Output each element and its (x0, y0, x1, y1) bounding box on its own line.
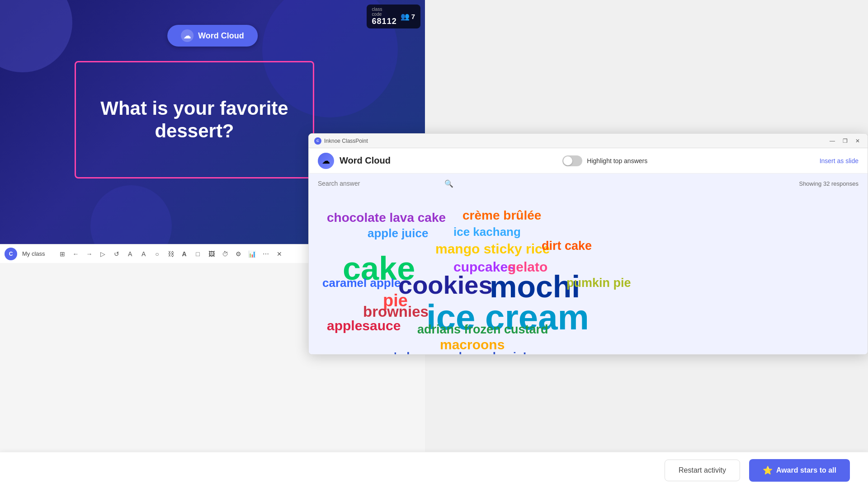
dialog-search-bar: 🔍 Showing 32 responses (309, 174, 868, 193)
search-icon[interactable]: 🔍 (444, 179, 453, 188)
word-cloud-word: cookies (398, 272, 493, 298)
word-cloud-word: brownies (363, 304, 429, 319)
word-cloud-word: adrians frozen custard (417, 324, 548, 336)
deco-circle-tl (0, 0, 72, 72)
search-input-wrap: 🔍 (318, 179, 453, 188)
dialog-header: ☁ Word Cloud Highlight top answers Inser… (309, 148, 868, 174)
participants-count: 7 (411, 13, 415, 20)
star-icon: ⭐ (763, 465, 773, 475)
highlight-toggle[interactable] (562, 155, 582, 166)
toggle-knob (563, 156, 572, 165)
word-cloud-word: mamma's homemade apple pie! (349, 351, 527, 355)
class-code-label: classcode (372, 7, 397, 17)
word-cloud-button[interactable]: ☁ Word Cloud (167, 25, 258, 47)
toolbar-icon-play[interactable]: ▷ (98, 249, 108, 259)
highlight-label: Highlight top answers (587, 157, 647, 164)
word-cloud-display: chocolate lava cakecrème brûléeapple jui… (309, 193, 868, 355)
toolbar-icon-text1[interactable]: A (125, 249, 136, 259)
award-stars-button[interactable]: ⭐ Award stars to all (749, 459, 850, 482)
toolbar-icon-grid[interactable]: ⊞ (57, 249, 68, 259)
toolbar-icon-end[interactable]: ✕ (274, 249, 285, 259)
deco-circle-bl (90, 185, 172, 244)
dialog-title: Word Cloud (340, 155, 391, 166)
toolbar-icon-shape[interactable]: □ (193, 249, 203, 259)
search-input[interactable] (318, 180, 441, 187)
word-cloud-word: caramel apple (322, 277, 401, 289)
dialog-close-button[interactable]: ✕ (853, 136, 862, 145)
toolbar-icon-link[interactable]: ⛓ (165, 249, 176, 259)
toolbar-icon-text2[interactable]: A (138, 249, 149, 259)
dialog-controls: — ❐ ✕ (828, 136, 862, 145)
dialog-wc-icon: ☁ (318, 153, 334, 169)
participants-badge: 👥 7 (401, 12, 415, 21)
toolbar-icon-bigA[interactable]: A (179, 249, 190, 259)
word-cloud-word: dirt cake (542, 240, 592, 252)
dialog-header-left: ☁ Word Cloud (318, 153, 391, 169)
toolbar-my-class: My class (22, 250, 45, 257)
word-cloud-word: pumkin pie (566, 277, 631, 289)
class-code-badge: classcode 68112 👥 7 (367, 5, 420, 28)
insert-slide-button[interactable]: Insert as slide (820, 157, 859, 164)
responses-count: Showing 32 responses (799, 180, 859, 187)
toolbar-icon-loop[interactable]: ↺ (111, 249, 122, 259)
question-text: What is your favorite dessert? (85, 97, 304, 143)
dialog-restore-button[interactable]: ❐ (840, 136, 849, 145)
word-cloud-word: apple juice (368, 227, 428, 239)
bottom-action-bar: Restart activity ⭐ Award stars to all (0, 452, 868, 488)
award-stars-label: Award stars to all (776, 466, 836, 474)
word-cloud-button-label: Word Cloud (198, 31, 244, 41)
participants-icon: 👥 (401, 12, 410, 21)
word-cloud-button-icon: ☁ (181, 29, 193, 42)
toolbar-icon-more[interactable]: ⋯ (260, 249, 271, 259)
toolbar-icon-brush[interactable]: ○ (152, 249, 163, 259)
class-code-number: 68112 (372, 17, 397, 26)
word-cloud-word: applesauce (327, 319, 401, 333)
toolbar-logo: C (5, 248, 17, 260)
dialog-title-left: C Inknoe ClassPoint (314, 137, 368, 145)
toolbar-icon-forward[interactable]: → (84, 249, 95, 259)
dialog-app-name: Inknoe ClassPoint (324, 138, 368, 144)
toolbar-icon-img[interactable]: 🖼 (206, 249, 217, 259)
word-cloud-word: crème brûlée (462, 209, 541, 222)
toolbar-icon-settings[interactable]: ⚙ (233, 249, 244, 259)
toolbar-icon-back[interactable]: ← (71, 249, 81, 259)
toolbar-icon-chart[interactable]: 📊 (247, 249, 258, 259)
dialog-titlebar: C Inknoe ClassPoint — ❐ ✕ (309, 134, 868, 148)
word-cloud-word: ice kachang (453, 226, 521, 238)
word-cloud-word: chocolate lava cake (327, 211, 446, 224)
dialog-app-icon: C (314, 137, 321, 145)
question-box: What is your favorite dessert? (75, 61, 314, 178)
toolbar-icon-timer[interactable]: ⏱ (220, 249, 231, 259)
restart-activity-button[interactable]: Restart activity (665, 460, 740, 481)
highlight-toggle-area: Highlight top answers (562, 155, 647, 166)
dialog-minimize-button[interactable]: — (828, 136, 837, 145)
word-cloud-word: mango sticky rice (435, 242, 550, 256)
classpoint-dialog: C Inknoe ClassPoint — ❐ ✕ ☁ Word Cloud H… (308, 133, 868, 355)
